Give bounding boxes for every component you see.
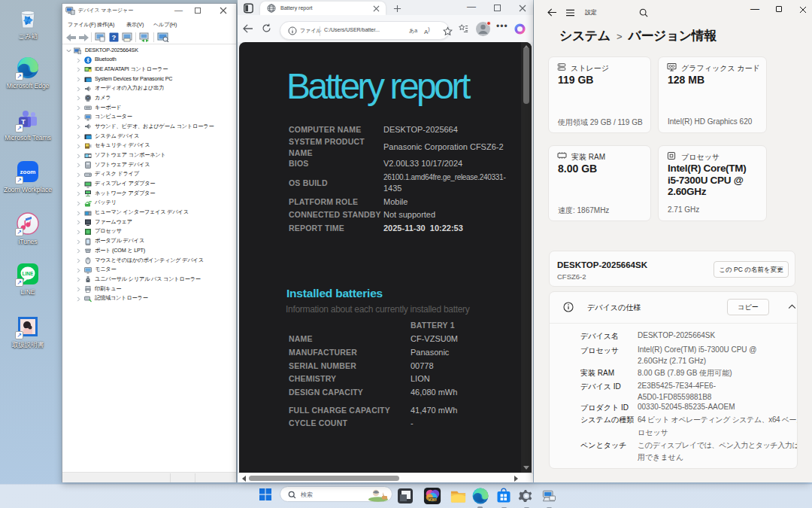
svg-text:zoom: zoom (20, 169, 36, 175)
svg-text:M365: M365 (428, 498, 437, 502)
svg-text:LINE: LINE (23, 271, 34, 276)
svg-text:?: ? (112, 33, 117, 41)
